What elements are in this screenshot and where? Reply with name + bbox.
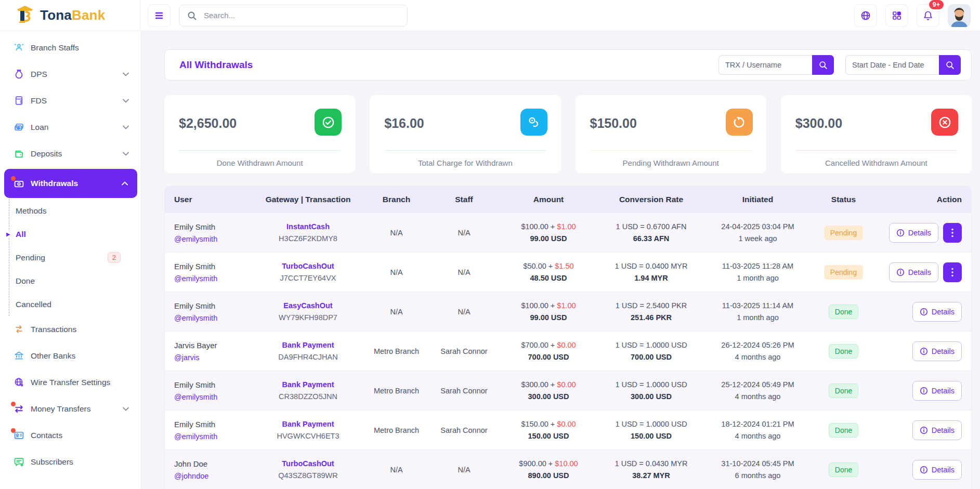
col-header-status: Status	[811, 195, 876, 204]
date-range-input[interactable]	[845, 55, 939, 75]
username-link[interactable]: @emilysmith	[174, 314, 252, 322]
table-row: Emily Smith@emilysmith EasyCashOutWY79KF…	[165, 292, 971, 331]
stat-label: Total Charge for Withdrawn	[384, 158, 546, 167]
topbar: TonaBank 9+	[0, 0, 980, 31]
details-button[interactable]: Details	[912, 341, 962, 361]
coins-icon	[520, 109, 547, 136]
brand-logo[interactable]: TonaBank	[0, 0, 140, 31]
kebab-icon	[951, 228, 953, 237]
username-link[interactable]: @emilysmith	[174, 393, 252, 401]
sidebar-item-label: Money Transfers	[31, 404, 90, 414]
username-link[interactable]: @emilysmith	[174, 274, 252, 283]
trx-search-button[interactable]	[812, 55, 834, 75]
status-badge: Done	[829, 462, 858, 477]
submenu-item-methods[interactable]: Methods	[9, 199, 140, 222]
sidebar-item-loan[interactable]: Loan	[0, 114, 140, 140]
col-header-user: User	[174, 195, 252, 204]
staff-cell: Sarah Connor	[429, 387, 499, 395]
hamburger-menu-button[interactable]	[148, 4, 171, 27]
submenu-item-cancelled[interactable]: Cancelled	[9, 293, 140, 316]
charge-amount: $0.00	[557, 380, 576, 389]
amount-cell: $150.00 + $0.00150.00 USD	[499, 420, 598, 440]
pending-rotate-icon	[726, 109, 753, 136]
chevron-down-icon	[123, 407, 129, 411]
transaction-id: CR38DZZO5JNN	[279, 392, 337, 401]
chevron-down-icon	[123, 72, 129, 76]
details-button[interactable]: Details	[889, 262, 938, 282]
search-input[interactable]	[203, 10, 400, 20]
stat-card-cancelled: $300.00 Cancelled Withdrawn Amount	[781, 95, 972, 173]
gateway-link[interactable]: TurboCashOut	[282, 459, 334, 468]
username-link[interactable]: @jarvis	[174, 353, 252, 362]
sidebar-item-deposits[interactable]: Deposits	[0, 140, 140, 167]
date-search-button[interactable]	[939, 55, 961, 75]
initiated-cell: 11-03-2025 11:14 AM1 month ago	[704, 301, 811, 322]
sidebar-item-contacts[interactable]: Contacts	[0, 422, 140, 448]
transactions-icon	[13, 324, 24, 335]
money-transfers-icon	[13, 403, 24, 415]
details-button[interactable]: Details	[912, 302, 962, 322]
status-badge: Pending	[824, 265, 863, 280]
details-button[interactable]: Details	[889, 223, 938, 243]
gateway-link[interactable]: TurboCashOut	[282, 262, 334, 270]
details-button[interactable]: Details	[912, 420, 962, 440]
sidebar-item-dps[interactable]: DPS	[0, 61, 140, 87]
user-name: Emily Smith	[174, 420, 252, 429]
charge-amount: $1.50	[555, 262, 573, 270]
language-globe-button[interactable]	[854, 4, 877, 27]
conversion-rate-cell: 1 USD = 1.0000 USD700.00 USD	[598, 341, 704, 361]
cancel-circle-icon	[931, 109, 958, 136]
sidebar-item-transactions[interactable]: Transactions	[0, 316, 140, 342]
sidebar-item-label: Deposits	[31, 149, 62, 158]
main-content: All Withdrawals $2,650.00	[140, 31, 980, 489]
trx-username-filter	[718, 55, 834, 75]
net-amount: 99.00 USD	[530, 313, 567, 322]
gateway-link[interactable]: Bank Payment	[282, 341, 334, 349]
username-link[interactable]: @emilysmith	[174, 235, 252, 243]
svg-text:$: $	[20, 99, 22, 104]
details-button[interactable]: Details	[912, 460, 962, 480]
submenu-item-all-active[interactable]: All	[9, 222, 140, 246]
trx-username-input[interactable]	[718, 55, 812, 75]
loan-icon	[13, 122, 24, 133]
sidebar-item-label: DPS	[31, 70, 47, 79]
details-button[interactable]: Details	[912, 381, 962, 401]
gateway-link[interactable]: Bank Payment	[282, 420, 334, 428]
net-amount: 890.00 USD	[528, 471, 569, 480]
chevron-down-icon	[123, 99, 129, 103]
gateway-link[interactable]: Bank Payment	[282, 380, 334, 389]
sidebar-item-branch-staffs[interactable]: Branch Staffs	[0, 34, 140, 61]
sidebar-item-wire-transfer-settings[interactable]: Wire Transfer Settings	[0, 369, 140, 395]
page-header: All Withdrawals	[164, 49, 972, 81]
gateway-link[interactable]: InstantCash	[286, 222, 330, 231]
info-icon	[896, 268, 905, 276]
chevron-up-icon	[122, 181, 128, 186]
username-link[interactable]: @emilysmith	[174, 432, 252, 441]
sidebar-item-label: Wire Transfer Settings	[31, 378, 110, 387]
amount-cell: $100.00 + $1.0099.00 USD	[499, 301, 598, 322]
sidebar-item-withdrawals-active[interactable]: Withdrawals	[4, 169, 137, 198]
sidebar-item-label: Withdrawals	[31, 179, 78, 188]
kebab-menu-button[interactable]	[943, 262, 962, 282]
user-avatar[interactable]	[948, 4, 971, 27]
kebab-menu-button[interactable]	[943, 223, 962, 243]
deposits-icon	[13, 148, 24, 160]
info-icon	[920, 387, 928, 395]
sidebar-item-fds[interactable]: $ FDS	[0, 87, 140, 114]
branch-cell: N/A	[364, 268, 429, 276]
submenu-item-done[interactable]: Done	[9, 269, 140, 293]
sidebar-item-subscribers[interactable]: Subscribers	[0, 448, 140, 475]
gateway-link[interactable]: EasyCashOut	[283, 301, 332, 310]
apps-grid-button[interactable]	[885, 4, 908, 27]
status-badge: Done	[829, 423, 858, 438]
brand-name: TonaBank	[40, 7, 105, 23]
submenu-label: All	[16, 230, 26, 239]
transaction-id: WY79KFH98DP7	[279, 313, 337, 322]
user-name: Jarvis Bayer	[174, 341, 252, 350]
submenu-item-pending[interactable]: Pending 2	[9, 246, 140, 269]
sidebar-item-money-transfers[interactable]: Money Transfers	[0, 395, 140, 422]
username-link[interactable]: @johndoe	[174, 472, 252, 480]
hamburger-icon	[153, 10, 165, 21]
dps-icon	[13, 69, 24, 80]
sidebar-item-other-banks[interactable]: Other Banks	[0, 342, 140, 369]
